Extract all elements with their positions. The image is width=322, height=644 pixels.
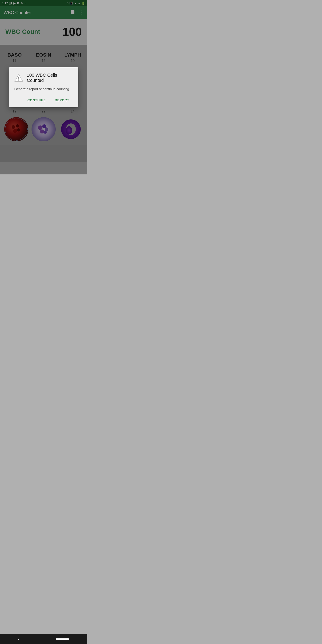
warning-icon: ! — [14, 73, 23, 82]
svg-text:!: ! — [18, 76, 20, 82]
dialog-actions: CONTINUE REPORT — [14, 96, 73, 104]
dialog: ! 100 WBC Cells Counted Generate report … — [9, 67, 78, 107]
dialog-message: Generate report or continue counting — [14, 86, 73, 91]
report-button[interactable]: REPORT — [51, 96, 73, 104]
continue-button[interactable]: CONTINUE — [24, 96, 50, 104]
dialog-header: ! 100 WBC Cells Counted — [14, 73, 73, 83]
main-content: WBC Count 100 BASO EOSIN LYMPH 17 16 19 … — [0, 19, 87, 162]
dialog-title: 100 WBC Cells Counted — [27, 73, 73, 83]
dialog-overlay: ! 100 WBC Cells Counted Generate report … — [0, 0, 87, 174]
